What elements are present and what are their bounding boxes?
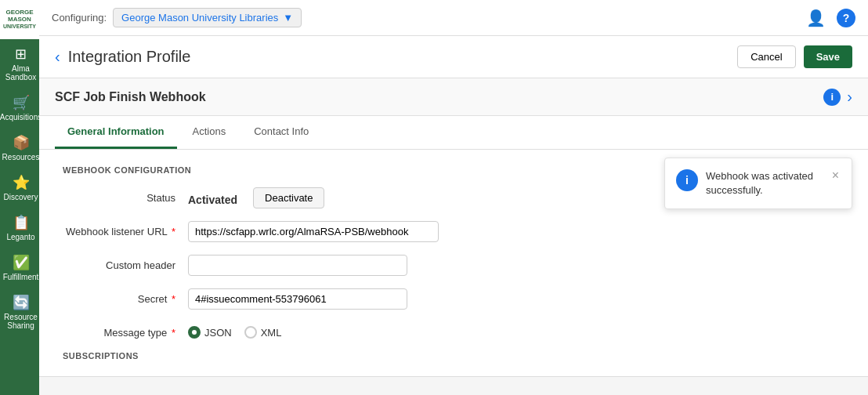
sidebar-item-discovery[interactable]: ⭐ Discovery bbox=[0, 168, 39, 208]
back-button[interactable]: ‹ bbox=[55, 48, 60, 66]
secret-row: Secret * bbox=[63, 288, 844, 310]
secret-input[interactable] bbox=[188, 288, 407, 310]
radio-json-circle bbox=[188, 326, 201, 339]
sidebar-item-acquisitions[interactable]: 🛒 Acquisitions bbox=[0, 88, 39, 128]
page-header: ‹ Integration Profile Cancel Save bbox=[39, 36, 868, 78]
toast-message: Webhook was activated successfully. bbox=[706, 169, 824, 198]
sidebar-logo-text: GEORGE MASON UNIVERSITY bbox=[3, 9, 36, 29]
custom-header-label: Custom header bbox=[63, 255, 188, 271]
discovery-icon: ⭐ bbox=[13, 174, 30, 191]
info-icon[interactable]: i bbox=[823, 89, 841, 106]
configuring-label: Configuring: bbox=[52, 12, 107, 24]
radio-group-message-type: JSON XML bbox=[188, 322, 281, 339]
sidebar-item-resource-sharing[interactable]: 🔄 Resource Sharing bbox=[0, 288, 39, 336]
tab-contact-info[interactable]: Contact Info bbox=[241, 116, 321, 149]
sidebar-item-label: Discovery bbox=[4, 193, 38, 201]
institution-dropdown[interactable]: George Mason University Libraries ▼ bbox=[113, 8, 302, 27]
save-button[interactable]: Save bbox=[804, 45, 852, 68]
custom-header-input[interactable] bbox=[188, 255, 407, 276]
tab-general-information[interactable]: General Information bbox=[55, 116, 177, 149]
help-icon[interactable]: ? bbox=[837, 9, 855, 27]
profile-card-header: SCF Job Finish Webhook i › bbox=[39, 78, 868, 116]
toast-close-button[interactable]: × bbox=[832, 169, 839, 182]
cancel-button[interactable]: Cancel bbox=[737, 45, 795, 68]
status-label: Status bbox=[63, 187, 188, 204]
institution-name: George Mason University Libraries bbox=[121, 12, 278, 24]
secret-label: Secret * bbox=[63, 288, 188, 305]
topbar-left: Configuring: George Mason University Lib… bbox=[52, 8, 302, 27]
message-type-label: Message type * bbox=[63, 322, 188, 339]
custom-header-row: Custom header bbox=[63, 255, 844, 276]
alma-sandbox-icon: ⊞ bbox=[15, 45, 27, 63]
tab-actions[interactable]: Actions bbox=[180, 116, 239, 149]
sidebar-item-resources[interactable]: 📦 Resources bbox=[0, 128, 39, 168]
radio-json-label: JSON bbox=[204, 327, 232, 339]
content: ‹ Integration Profile Cancel Save SCF Jo… bbox=[39, 36, 868, 395]
webhook-url-input[interactable] bbox=[188, 221, 439, 242]
page-header-right: Cancel Save bbox=[737, 45, 852, 68]
sidebar-item-label: Fulfillment bbox=[3, 273, 39, 281]
radio-xml-circle bbox=[244, 326, 257, 339]
deactivate-button[interactable]: Deactivate bbox=[253, 187, 324, 208]
required-star-url: * bbox=[172, 226, 175, 237]
sidebar-item-label: Alma Sandbox bbox=[5, 64, 36, 82]
form-area: i Webhook was activated successfully. × … bbox=[39, 150, 868, 376]
sidebar-item-label: Resource Sharing bbox=[4, 313, 38, 330]
fulfillment-icon: ✅ bbox=[13, 254, 30, 271]
tabs: General Information Actions Contact Info bbox=[39, 116, 868, 150]
user-icon[interactable]: 👤 bbox=[806, 9, 826, 27]
leganto-icon: 📋 bbox=[13, 214, 30, 231]
webhook-url-row: Webhook listener URL * bbox=[63, 221, 844, 242]
toast-notification: i Webhook was activated successfully. × bbox=[664, 158, 852, 209]
radio-xml-label: XML bbox=[261, 327, 282, 339]
page-title: Integration Profile bbox=[68, 48, 191, 66]
resources-icon: 📦 bbox=[13, 134, 30, 151]
subscriptions-title: SUBSCRIPTIONS bbox=[63, 351, 844, 361]
message-type-row: Message type * JSON XML bbox=[63, 322, 844, 339]
toast-info-icon: i bbox=[676, 169, 698, 191]
radio-option-json[interactable]: JSON bbox=[188, 326, 232, 339]
acquisitions-icon: 🛒 bbox=[13, 94, 30, 111]
profile-card-title: SCF Job Finish Webhook bbox=[55, 90, 206, 104]
chevron-right-icon[interactable]: › bbox=[847, 88, 852, 106]
sidebar-logo: GEORGE MASON UNIVERSITY bbox=[0, 0, 39, 39]
sidebar-item-label: Acquisitions bbox=[0, 113, 42, 121]
sidebar-item-fulfillment[interactable]: ✅ Fulfillment bbox=[0, 248, 39, 288]
topbar: Configuring: George Mason University Lib… bbox=[39, 0, 868, 36]
sidebar-item-leganto[interactable]: 📋 Leganto bbox=[0, 208, 39, 248]
dropdown-arrow-icon: ▼ bbox=[283, 12, 293, 24]
topbar-right: 👤 ? bbox=[806, 9, 855, 27]
sidebar: GEORGE MASON UNIVERSITY ⊞ Alma Sandbox 🛒… bbox=[0, 0, 39, 395]
status-value: Activated bbox=[188, 190, 237, 206]
sidebar-item-alma-sandbox[interactable]: ⊞ Alma Sandbox bbox=[0, 39, 39, 88]
required-star-secret: * bbox=[172, 293, 175, 305]
required-star-message-type: * bbox=[172, 327, 175, 339]
main-area: Configuring: George Mason University Lib… bbox=[39, 0, 868, 395]
profile-card: SCF Job Finish Webhook i › General Infor… bbox=[39, 78, 868, 377]
radio-option-xml[interactable]: XML bbox=[244, 326, 282, 339]
status-value-row: Activated Deactivate bbox=[188, 187, 324, 208]
resource-sharing-icon: 🔄 bbox=[13, 294, 30, 311]
page-header-left: ‹ Integration Profile bbox=[55, 48, 190, 66]
webhook-url-label: Webhook listener URL * bbox=[63, 221, 188, 237]
profile-card-actions: i › bbox=[823, 88, 852, 106]
sidebar-item-label: Resources bbox=[2, 153, 40, 161]
sidebar-item-label: Leganto bbox=[6, 233, 34, 241]
